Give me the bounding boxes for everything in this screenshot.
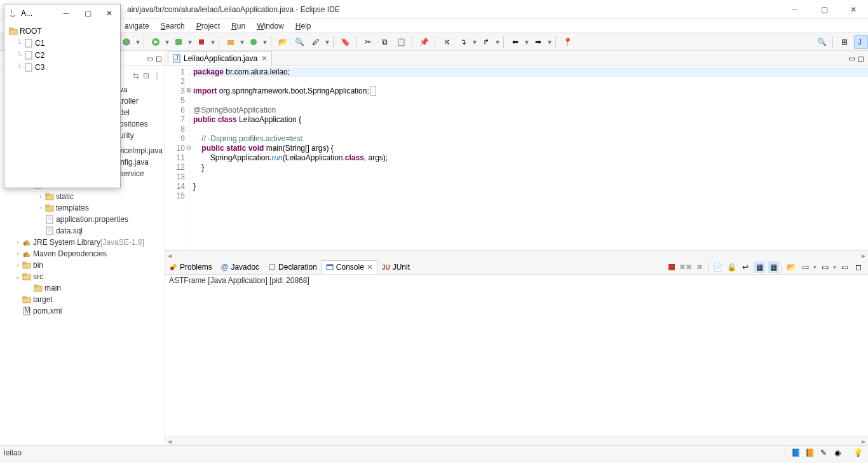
ast-frame-window[interactable]: A... ─ ▢ ✕ ROOT └ C1└ C2└ C3	[4, 4, 121, 188]
new-console-button[interactable]: ▭	[819, 261, 831, 273]
step-out-icon[interactable]: ↱	[479, 35, 493, 49]
link-editor-icon[interactable]: ⇆	[133, 71, 139, 80]
tree-item[interactable]: main	[9, 282, 165, 294]
popup-maximize-button[interactable]: ▢	[77, 4, 98, 22]
tree-twisty-icon[interactable]: ›	[14, 239, 22, 245]
overview-icon[interactable]: ◉	[831, 447, 844, 459]
open-console-button[interactable]: 📂	[785, 261, 797, 273]
menu-navigate[interactable]: avigate	[119, 20, 154, 32]
tree-item[interactable]: ⌄ src	[9, 271, 165, 282]
clear-console-button[interactable]: 📄	[712, 261, 723, 273]
tree-item[interactable]: › JRE System Library [JavaSE-1.8]	[9, 237, 165, 248]
remove-launch-button[interactable]: ✖✖	[680, 261, 691, 273]
tree-node-label: data.sql	[56, 226, 83, 235]
tree-twisty-icon[interactable]: ›	[14, 262, 22, 268]
maximize-view-icon[interactable]: ◻	[156, 54, 162, 63]
collapse-all-icon[interactable]: ⊟	[143, 71, 149, 80]
new-class-button[interactable]	[247, 35, 261, 49]
bottom-tab-problems[interactable]: Problems	[165, 260, 217, 274]
tutorials-icon[interactable]: 📘	[789, 447, 802, 459]
search-toolbar-button[interactable]: 🔍	[815, 35, 829, 49]
console-scrollbar[interactable]: ◂▸	[165, 436, 868, 445]
tree-item[interactable]: › static	[9, 191, 165, 202]
tree-twisty-icon[interactable]: ⌄	[14, 273, 22, 280]
debug-button[interactable]	[119, 35, 133, 49]
show-console-button[interactable]: ▦	[754, 261, 765, 273]
popup-tree[interactable]: ROOT └ C1└ C2└ C3	[4, 22, 120, 188]
coverage-button[interactable]	[172, 35, 186, 49]
display-selected-button[interactable]: ▭	[799, 261, 811, 273]
tree-node-label: bin	[33, 261, 43, 270]
scroll-lock-button[interactable]: 🔒	[726, 261, 737, 273]
editor-tab[interactable]: J LeilaoApplication.java ✕	[168, 52, 272, 66]
maximize-button[interactable]: ▢	[810, 0, 839, 19]
show-console-err-button[interactable]: ▦	[768, 261, 779, 273]
tree-item[interactable]: › bin	[9, 259, 165, 271]
editor-scrollbar[interactable]: ◂▸	[165, 251, 868, 259]
bottom-tab-junit[interactable]: JUJUnit	[377, 260, 414, 274]
minimize-editor-icon[interactable]: ▭	[848, 54, 855, 63]
tree-twisty-icon[interactable]: ›	[37, 193, 44, 200]
popup-close-button[interactable]: ✕	[98, 4, 120, 22]
min-bottom-icon[interactable]: ▭	[839, 261, 850, 273]
pin-button[interactable]: 📌	[417, 35, 431, 49]
menu-run[interactable]: Run	[226, 20, 250, 32]
java-perspective-button[interactable]: J	[854, 35, 868, 49]
wand-button[interactable]: 🖊	[309, 35, 323, 49]
close-tab-icon[interactable]: ✕	[260, 54, 268, 63]
minimize-view-icon[interactable]: ▭	[146, 54, 153, 63]
menu-search[interactable]: Search	[156, 20, 190, 32]
open-task-button[interactable]: 🔍	[292, 35, 306, 49]
minimize-button[interactable]: ─	[780, 0, 810, 19]
cut-button[interactable]: ✂	[361, 35, 375, 49]
code-editor[interactable]: 123⊞5678910⊟1112131415 package br.com.al…	[165, 66, 868, 251]
code-content[interactable]: package br.com.alura.leilao;import org.s…	[189, 66, 868, 250]
tree-item[interactable]: › templates	[9, 202, 165, 214]
menu-window[interactable]: Window	[252, 20, 289, 32]
close-button[interactable]: ✕	[839, 0, 868, 19]
bottom-tab-console[interactable]: Console✕	[322, 260, 377, 274]
remove-all-button[interactable]: ✖	[694, 261, 705, 273]
tree-twisty-icon[interactable]: ›	[14, 251, 22, 257]
maximize-editor-icon[interactable]: ◻	[858, 54, 864, 63]
pin-editor-button[interactable]: 📍	[560, 35, 574, 49]
new-package-button[interactable]	[224, 35, 238, 49]
close-tab-icon[interactable]: ✕	[367, 263, 373, 272]
external-tools-button[interactable]	[194, 35, 208, 49]
toggle-mark-button[interactable]: 🔖	[338, 35, 352, 49]
tree-item[interactable]: M pom.xml	[9, 305, 165, 317]
step-in-icon[interactable]: ↴	[456, 35, 470, 49]
max-bottom-icon[interactable]: ◻	[853, 261, 864, 273]
popup-titlebar[interactable]: A... ─ ▢ ✕	[4, 4, 120, 22]
bottom-tab-javadoc[interactable]: @Javadoc	[217, 260, 264, 274]
word-wrap-button[interactable]: ↩	[740, 261, 751, 273]
step-over-icon[interactable]: ⤭	[440, 35, 454, 49]
terminate-button[interactable]	[666, 261, 677, 273]
whatsnew-icon[interactable]: ✎	[817, 447, 830, 459]
samples-icon[interactable]: 📙	[803, 447, 816, 459]
popup-tree-item[interactable]: └ C3	[6, 61, 119, 73]
popup-tree-item[interactable]: └ C1	[6, 37, 119, 49]
popup-item-label: C2	[35, 51, 44, 60]
tree-item[interactable]: data.sql	[9, 225, 165, 237]
tree-item[interactable]: target	[9, 294, 165, 305]
paste-button[interactable]: 📋	[394, 35, 408, 49]
back-button[interactable]: ⬅	[508, 35, 522, 49]
open-perspective-button[interactable]: ⊞	[837, 35, 851, 49]
run-button[interactable]	[149, 35, 163, 49]
copy-button[interactable]: ⧉	[377, 35, 391, 49]
tree-root-node[interactable]: ROOT	[6, 25, 119, 37]
tip-icon[interactable]: 💡	[851, 447, 864, 459]
bottom-tab-declaration[interactable]: Declaration	[264, 260, 322, 274]
view-menu-icon[interactable]: ⋮	[153, 71, 161, 80]
tree-twisty-icon[interactable]: ›	[37, 205, 44, 211]
tree-item[interactable]: application.properties	[9, 214, 165, 225]
forward-button[interactable]: ➡	[531, 35, 545, 49]
tree-item[interactable]: › Maven Dependencies	[9, 248, 165, 259]
console-output[interactable]: ASTFrame [Java Application] [pid: 20868]	[165, 275, 868, 436]
popup-minimize-button[interactable]: ─	[55, 4, 77, 22]
menu-help[interactable]: Help	[290, 20, 316, 32]
menu-project[interactable]: Project	[191, 20, 225, 32]
popup-tree-item[interactable]: └ C2	[6, 49, 119, 61]
open-type-button[interactable]: 📂	[276, 35, 290, 49]
